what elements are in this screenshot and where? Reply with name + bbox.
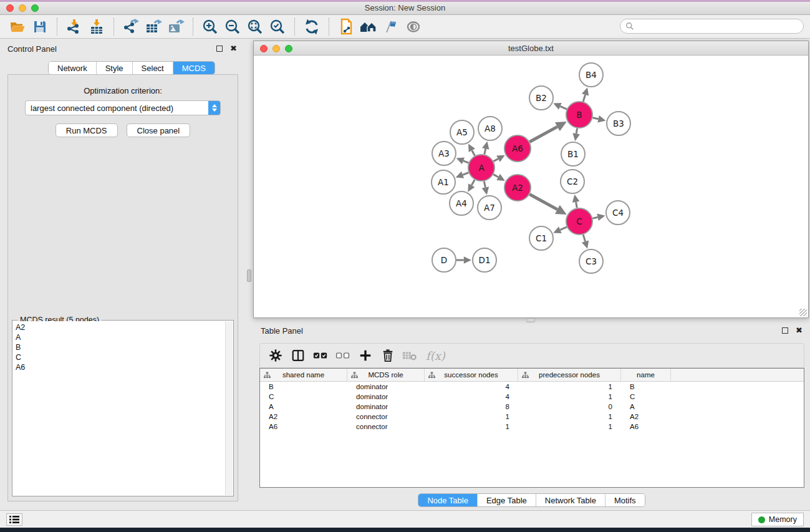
control-panel: Control Panel ✖ NetworkStyleSelectMCDS O… — [0, 41, 244, 505]
save-session-button[interactable] — [29, 17, 51, 37]
table-tab-node-table[interactable]: Node Table — [418, 494, 477, 506]
table-row[interactable]: A6connector11A6 — [260, 422, 804, 432]
first-neighbors-button[interactable] — [357, 17, 380, 37]
memory-button[interactable]: Memory — [751, 513, 804, 526]
graph-edge[interactable] — [583, 95, 585, 102]
mcds-result-list[interactable]: A2ABCA6 — [13, 321, 225, 495]
graph-edge[interactable] — [484, 181, 485, 188]
table-cell: A6 — [621, 422, 671, 432]
table-cell: A — [621, 402, 671, 412]
tab-network[interactable]: Network — [49, 62, 96, 74]
graph-edge[interactable] — [576, 128, 577, 133]
graph-edge[interactable] — [463, 161, 468, 163]
toolbar-separator — [329, 18, 329, 36]
delete-columns-button[interactable] — [378, 346, 397, 365]
zoom-selected-button[interactable] — [266, 17, 289, 37]
table-cell: 1 — [518, 412, 621, 422]
network-canvas[interactable]: B4B2BB3A8A5A6A3B1AA1C2A2A4A7C4CC1DD1C3 — [254, 56, 808, 317]
table-body: Bdominator41BCdominator41CAdominator80AA… — [260, 382, 804, 432]
graph-edge[interactable] — [560, 106, 567, 109]
graph-edge[interactable] — [592, 217, 597, 218]
mcds-result-item[interactable]: A — [16, 332, 223, 342]
graph-edge[interactable] — [560, 227, 567, 230]
graph-edge[interactable] — [529, 195, 557, 210]
table-row[interactable]: Bdominator41B — [260, 382, 804, 392]
table-options-button[interactable] — [266, 346, 285, 365]
zoom-in-button[interactable] — [199, 17, 221, 37]
close-panel-button[interactable]: Close panel — [127, 123, 191, 137]
annotations-button[interactable] — [380, 17, 402, 37]
table-cell: dominator — [347, 402, 425, 412]
vertical-divider-handle[interactable] — [247, 269, 251, 282]
toolbar-separator — [294, 18, 295, 36]
mcds-result-item[interactable]: A2 — [16, 322, 223, 332]
graph-edge[interactable] — [529, 127, 557, 142]
search-box[interactable] — [620, 19, 804, 34]
table-tab-edge-table[interactable]: Edge Table — [477, 494, 536, 506]
table-row[interactable]: A2connector11A2 — [260, 412, 804, 422]
horizontal-divider-handle[interactable] — [526, 318, 535, 322]
graph-edge[interactable] — [485, 148, 486, 154]
criterion-dropdown[interactable]: largest connected component (directed) — [25, 100, 221, 115]
import-network-button[interactable] — [63, 17, 85, 37]
mcds-result-item[interactable]: A6 — [16, 362, 223, 372]
close-table-panel-icon[interactable]: ✖ — [796, 327, 803, 334]
column-header-name[interactable]: name — [621, 369, 671, 381]
column-header-shared-name[interactable]: shared name — [260, 369, 347, 381]
table-row[interactable]: Cdominator41C — [260, 392, 804, 402]
new-network-from-selection-button[interactable] — [335, 17, 357, 37]
task-history-button[interactable] — [6, 513, 22, 526]
float-panel-icon[interactable] — [216, 46, 223, 52]
show-columns-button[interactable] — [289, 346, 307, 365]
control-panel-title: Control Panel — [7, 44, 216, 54]
create-column-button[interactable] — [356, 346, 375, 365]
export-network-button[interactable] — [120, 17, 142, 37]
window-title: Session: New Session — [0, 3, 810, 12]
node-label-C4: C4 — [612, 208, 624, 218]
graph-edge[interactable] — [472, 150, 475, 156]
show-graphics-details-button[interactable] — [402, 17, 425, 37]
table-tab-network-table[interactable]: Network Table — [536, 494, 605, 506]
mcds-list-scrollbar[interactable] — [225, 321, 233, 495]
tab-select[interactable]: Select — [132, 62, 173, 74]
graph-edge[interactable] — [493, 175, 498, 177]
search-input[interactable] — [634, 20, 803, 32]
run-mcds-button[interactable]: Run MCDS — [55, 123, 118, 137]
import-table-button[interactable] — [85, 17, 108, 37]
graph-edge[interactable] — [592, 118, 598, 119]
table-row[interactable]: Adominator80A — [260, 402, 804, 412]
float-table-panel-icon[interactable] — [782, 327, 788, 334]
select-all-columns-button[interactable] — [311, 346, 330, 365]
window-resize-grip[interactable] — [799, 309, 807, 316]
export-table-button[interactable] — [142, 17, 165, 37]
mcds-result-item[interactable]: B — [16, 342, 223, 352]
zoom-fit-button[interactable] — [244, 17, 266, 37]
apply-layout-button[interactable] — [301, 17, 323, 37]
close-panel-icon[interactable]: ✖ — [230, 46, 237, 52]
graph-edge[interactable] — [471, 180, 475, 185]
node-table[interactable]: shared nameMCDS rolesuccessor nodesprede… — [259, 368, 804, 488]
tab-mcds[interactable]: MCDS — [173, 62, 215, 74]
graph-edge[interactable] — [463, 173, 468, 175]
control-panel-tabs: NetworkStyleSelectMCDS — [48, 61, 215, 75]
mcds-result-item[interactable]: C — [16, 352, 223, 362]
node-label-C1: C1 — [536, 233, 547, 243]
unselect-all-columns-button[interactable] — [334, 346, 352, 365]
node-label-B4: B4 — [586, 70, 597, 80]
graph-edge[interactable] — [493, 159, 498, 162]
table-tab-motifs[interactable]: Motifs — [605, 494, 645, 506]
graph-edge[interactable] — [576, 202, 577, 208]
save-icon — [32, 19, 47, 34]
network-graph[interactable]: B4B2BB3A8A5A6A3B1AA1C2A2A4A7C4CC1DD1C3 — [254, 56, 808, 317]
export-image-button[interactable] — [165, 17, 187, 37]
tab-style[interactable]: Style — [96, 62, 132, 74]
titlebar: Session: New Session — [0, 0, 810, 15]
zoom-out-button[interactable] — [221, 17, 244, 37]
graph-edge[interactable] — [583, 235, 585, 241]
edge-arrowhead — [582, 241, 589, 249]
edge-arrowhead — [582, 87, 589, 95]
column-header-predecessor-nodes[interactable]: predecessor nodes — [518, 369, 621, 381]
column-header-MCDS-role[interactable]: MCDS role — [347, 369, 425, 381]
column-header-successor-nodes[interactable]: successor nodes — [425, 369, 518, 381]
open-session-button[interactable] — [6, 17, 29, 37]
